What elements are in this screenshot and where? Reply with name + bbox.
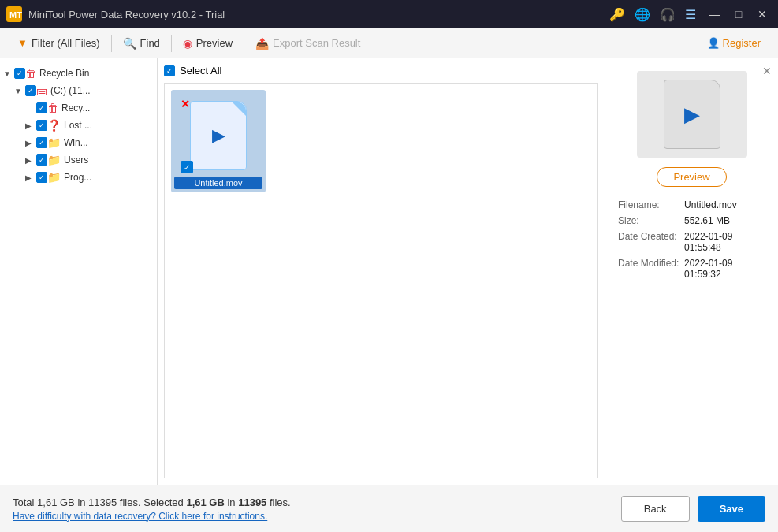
checkbox-lost[interactable]: ✓ <box>36 120 47 131</box>
filter-icon: ▼ <box>17 37 28 49</box>
bottombar: Total 1,61 GB in 11395 files. Selected 1… <box>0 485 778 532</box>
tree-label-lost: Lost ... <box>64 120 92 131</box>
users-folder-icon: 📁 <box>47 154 61 166</box>
back-button[interactable]: Back <box>621 496 690 522</box>
file-item-label: Untitled.mov <box>174 177 262 189</box>
filter-label: Filter (All Files) <box>32 37 100 49</box>
expand-arrow-lost: ▶ <box>25 121 36 130</box>
tree-item-users[interactable]: ▶ ✓ 📁 Users <box>0 151 157 169</box>
preview-button[interactable]: ◉ Preview <box>175 34 240 53</box>
recy-icon: 🗑 <box>47 102 58 114</box>
close-button[interactable]: ✕ <box>753 5 772 24</box>
register-label: Register <box>723 37 761 49</box>
tree-item-recycle-bin[interactable]: ▼ ✓ 🗑 Recycle Bin <box>0 65 157 82</box>
expand-arrow-c: ▼ <box>14 87 25 95</box>
filename-label: Filename: <box>618 199 681 210</box>
app-title: MiniTool Power Data Recovery v10.2 - Tri… <box>28 9 609 20</box>
date-modified-value: 2022-01-09 01:59:32 <box>684 258 765 280</box>
expand-arrow-recycle: ▼ <box>3 69 14 78</box>
toolbar-separator-3 <box>244 35 244 52</box>
tree-label-drive-c: (C:) (11... <box>50 85 91 96</box>
window-controls: — □ ✕ <box>705 5 772 24</box>
key-icon[interactable]: 🔑 <box>609 7 625 22</box>
tree-label-win: Win... <box>64 137 88 148</box>
preview-thumbnail: ▶ <box>637 71 747 158</box>
preview-icon: ◉ <box>183 37 192 50</box>
maximize-button[interactable]: □ <box>729 5 748 24</box>
date-created-value: 2022-01-09 01:55:48 <box>684 231 765 253</box>
checkbox-win[interactable]: ✓ <box>36 137 47 148</box>
close-right-panel-button[interactable]: ✕ <box>762 65 772 77</box>
toolbar-separator-2 <box>171 35 172 52</box>
app-logo: MT <box>6 6 22 22</box>
filename-value: Untitled.mov <box>684 199 737 210</box>
preview-action-button[interactable]: Preview <box>657 167 726 187</box>
file-check-mark: ✓ <box>184 163 190 172</box>
tree-item-win[interactable]: ▶ ✓ 📁 Win... <box>0 134 157 151</box>
toolbar-separator-1 <box>111 35 112 52</box>
select-all-row: ✓ Select All <box>164 65 598 76</box>
size-value: 552.61 MB <box>684 215 730 226</box>
globe-icon[interactable]: 🌐 <box>635 7 650 22</box>
file-checked-overlay: ✓ <box>181 161 193 173</box>
export-icon: 📤 <box>255 37 269 50</box>
checkbox-users[interactable]: ✓ <box>36 154 47 166</box>
tree-label-users: Users <box>64 154 88 166</box>
tree-item-lost[interactable]: ▶ ✓ ❓ Lost ... <box>0 117 157 134</box>
minimize-button[interactable]: — <box>705 5 724 24</box>
headset-icon[interactable]: 🎧 <box>660 7 676 22</box>
checkbox-recy[interactable]: ✓ <box>36 102 47 113</box>
select-all-label: Select All <box>180 65 221 76</box>
tree-item-drive-c[interactable]: ▼ ✓ 🖴 (C:) (11... <box>0 82 157 99</box>
tree-item-recy[interactable]: ✓ 🗑 Recy... <box>0 99 157 117</box>
lost-icon: ❓ <box>47 119 61 132</box>
select-all-checkbox[interactable]: ✓ <box>164 65 175 76</box>
help-link[interactable]: Have difficulty with data recovery? Clic… <box>13 511 621 522</box>
files-label: files. <box>266 497 290 508</box>
date-modified-row: Date Modified: 2022-01-09 01:59:32 <box>618 258 765 280</box>
delete-x-icon: ✕ <box>181 98 190 110</box>
file-grid: ✕ ▶ ✓ Untitled.mov <box>164 83 598 478</box>
menu-icon[interactable]: ☰ <box>685 7 696 22</box>
user-icon: 👤 <box>707 37 720 49</box>
file-info-table: Filename: Untitled.mov Size: 552.61 MB D… <box>618 199 765 285</box>
file-item-untitled-mov[interactable]: ✕ ▶ ✓ Untitled.mov <box>171 90 266 192</box>
register-button[interactable]: 👤 Register <box>699 34 769 52</box>
find-label: Find <box>140 37 160 49</box>
drive-icon: 🖴 <box>36 84 47 97</box>
date-created-label: Date Created: <box>618 231 681 253</box>
toolbar: ▼ Filter (All Files) 🔍 Find ◉ Preview 📤 … <box>0 28 778 58</box>
bottombar-text: Total 1,61 GB in 11395 files. Selected 1… <box>13 497 621 522</box>
export-button[interactable]: 📤 Export Scan Result <box>248 34 368 53</box>
checkbox-recycle-bin[interactable]: ✓ <box>14 68 25 79</box>
filename-row: Filename: Untitled.mov <box>618 199 765 210</box>
tree-label-recy: Recy... <box>61 102 90 113</box>
date-created-row: Date Created: 2022-01-09 01:55:48 <box>618 231 765 253</box>
save-button[interactable]: Save <box>698 496 765 522</box>
prog-folder-icon: 📁 <box>47 171 61 184</box>
video-file-icon: ▶ <box>190 101 247 170</box>
thumb-play-icon: ▶ <box>684 102 700 127</box>
main-content-wrapper: ▼ ✓ 🗑 Recycle Bin ▼ ✓ 🖴 (C:) (11... ✓ 🗑 … <box>0 58 778 485</box>
size-row: Size: 552.61 MB <box>618 215 765 226</box>
play-icon: ▶ <box>212 125 225 146</box>
file-tree-sidebar: ▼ ✓ 🗑 Recycle Bin ▼ ✓ 🖴 (C:) (11... ✓ 🗑 … <box>0 58 158 485</box>
checkbox-prog[interactable]: ✓ <box>36 172 47 183</box>
files-count: 11395 <box>238 497 266 508</box>
titlebar: MT MiniTool Power Data Recovery v10.2 - … <box>0 0 778 28</box>
titlebar-utility-icons: 🔑 🌐 🎧 ☰ <box>609 7 696 22</box>
right-panel: ✕ ▶ Preview Filename: Untitled.mov Size:… <box>605 58 778 485</box>
expand-arrow-users: ▶ <box>25 156 36 165</box>
checkbox-drive-c[interactable]: ✓ <box>25 85 36 96</box>
win-folder-icon: 📁 <box>47 136 61 149</box>
tree-item-prog[interactable]: ▶ ✓ 📁 Prog... <box>0 169 157 186</box>
filter-button[interactable]: ▼ Filter (All Files) <box>9 34 108 52</box>
size-label: Size: <box>618 215 681 226</box>
content-area: ✓ Select All ✕ ▶ ✓ Untitled.mov <box>158 58 605 485</box>
recycle-bin-icon: 🗑 <box>25 67 36 80</box>
selected-size: 1,61 GB <box>186 497 224 508</box>
date-modified-label: Date Modified: <box>618 258 681 280</box>
find-icon: 🔍 <box>123 37 136 50</box>
tree-label-recycle-bin: Recycle Bin <box>39 68 89 79</box>
find-button[interactable]: 🔍 Find <box>115 34 168 53</box>
